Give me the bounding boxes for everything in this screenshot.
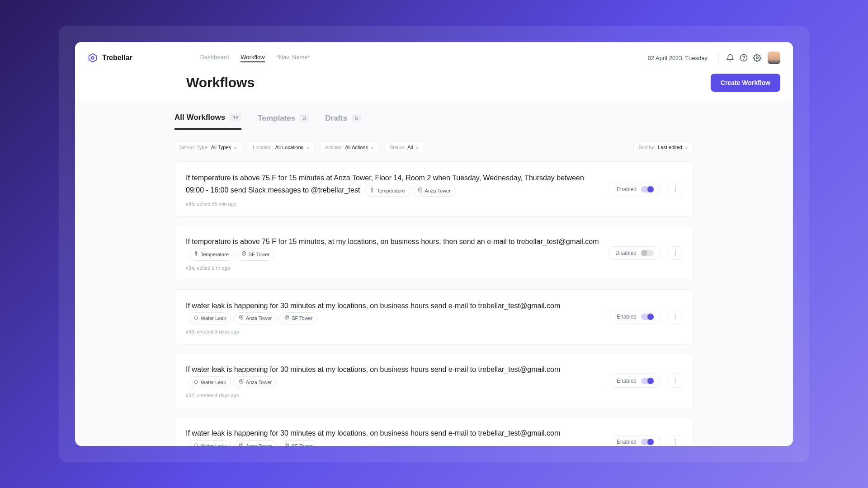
tag-thermometer[interactable]: Temperature [189,249,234,261]
tag-label: Anza Tower [425,187,451,195]
status-label: Enabled [617,378,637,384]
svg-point-9 [675,250,676,251]
app-window: Trebellar Dashboard Workflow *Nav. Name*… [75,42,793,446]
tag-label: Water Leak [201,442,226,446]
filter-sensor-type[interactable]: Sensor Type: All Types ⌄ [175,141,242,153]
svg-point-0 [91,56,94,59]
pin-icon [239,314,244,323]
tab-label: All Workflows [175,113,225,122]
svg-point-6 [675,189,676,190]
divider [718,53,719,63]
svg-point-19 [675,380,676,381]
workflow-meta: #32, created 4 days ago [186,393,602,398]
pin-icon [241,250,246,259]
content: All Workflows 18Templates 3Drafts 5 Sens… [75,102,793,446]
workflow-card[interactable]: If water leak is happening for 30 minute… [175,353,693,408]
tag-pin[interactable]: SF Tower [279,440,317,446]
svg-point-2 [744,59,744,60]
sort-by[interactable]: Sort by: Last edited ⌄ [633,141,693,153]
pin-icon [239,442,244,446]
tab-templates[interactable]: Templates 3 [258,113,309,130]
create-workflow-button[interactable]: Create Workflow [711,74,780,92]
tab-drafts[interactable]: Drafts 5 [325,113,361,130]
tag-label: Anza Tower [246,378,272,387]
workflow-meta: #35, edited 35 min ago [186,201,602,206]
status-toggle-wrap: Disabled [609,246,660,260]
status-toggle-wrap: Enabled [611,374,660,388]
svg-point-5 [675,187,676,188]
workflow-card[interactable]: If water leak is happening for 30 minute… [175,417,693,446]
tag-pin[interactable]: SF Tower [279,312,317,324]
tag-pin[interactable]: Anza Tower [234,312,277,324]
tab-count: 3 [300,114,309,122]
workflow-card[interactable]: If temperature is above 75 F for 15 minu… [175,225,693,281]
status-label: Enabled [617,314,637,320]
status-label: Enabled [617,186,637,192]
tag-label: Temperature [201,250,229,259]
tag-drop[interactable]: Water Leak [189,376,231,389]
svg-point-21 [241,444,242,446]
status-toggle-wrap: Enabled [611,183,660,196]
status-toggle-wrap: Enabled [611,310,660,324]
status-toggle[interactable] [641,250,654,256]
status-toggle[interactable] [641,378,654,384]
more-button[interactable] [669,310,682,324]
svg-point-7 [675,191,676,192]
workflow-title: If temperature is above 75 F for 15 minu… [186,172,602,197]
more-button[interactable] [669,246,682,260]
status-toggle[interactable] [641,186,654,192]
workflow-card[interactable]: If water leak is happening for 30 minute… [175,289,693,345]
tag-drop[interactable]: Water Leak [189,440,231,446]
more-button[interactable] [669,435,682,446]
workflow-title: If water leak is happening for 30 minute… [186,300,602,324]
workflow-card[interactable]: If temperature is above 75 F for 15 minu… [175,161,693,217]
tag-pin[interactable]: Anza Tower [234,376,277,389]
workflow-title: If water leak is happening for 30 minute… [186,427,602,446]
brand[interactable]: Trebellar [88,53,132,63]
tag-thermometer[interactable]: Temperature [365,185,410,197]
tag-pin[interactable]: Anza Tower [413,185,456,197]
workflow-meta: #34, edited 2 hr ago [186,265,600,271]
help-icon[interactable] [737,51,750,65]
svg-point-20 [675,382,676,383]
svg-point-14 [675,314,676,315]
status-label: Disabled [615,250,637,256]
svg-point-18 [675,378,676,379]
tab-label: Templates [258,114,295,123]
tag-drop[interactable]: Water Leak [189,312,231,324]
gear-icon[interactable] [750,51,764,65]
workflow-title: If temperature is above 75 F for 15 minu… [186,235,600,260]
tag-label: Water Leak [201,378,226,387]
filter-location[interactable]: Location: All Locations ⌄ [248,141,315,153]
status-toggle[interactable] [641,439,654,445]
workflow-meta: #33, created 3 days ago [186,329,602,334]
svg-point-24 [675,441,676,442]
tab-all-workflows[interactable]: All Workflows 18 [175,113,241,130]
tag-pin[interactable]: Anza Tower [234,440,277,446]
filter-actions[interactable]: Actions: All Actions ⌄ [320,141,379,153]
avatar[interactable] [768,52,780,64]
bell-icon[interactable] [723,51,737,65]
thermometer-icon [193,250,198,259]
tag-label: SF Tower [249,250,269,259]
nav-dashboard[interactable]: Dashboard [200,54,229,62]
svg-point-13 [286,316,288,318]
tag-label: Anza Tower [246,314,272,323]
chevron-down-icon: ⌄ [684,144,689,150]
workflow-title: If water leak is happening for 30 minute… [186,363,602,388]
more-button[interactable] [669,374,682,388]
nav-placeholder[interactable]: *Nav. Name* [277,54,310,62]
tag-label: Water Leak [201,314,226,323]
tab-count: 18 [230,113,241,122]
nav-workflow[interactable]: Workflow [241,54,264,62]
pin-icon [284,314,289,323]
svg-point-25 [675,443,676,444]
filter-status[interactable]: Status: All ⌄ [385,141,424,153]
tag-pin[interactable]: SF Tower [236,249,274,261]
chevron-down-icon: ⌄ [415,144,419,150]
tabs: All Workflows 18Templates 3Drafts 5 [175,102,693,130]
svg-point-8 [243,253,245,254]
more-button[interactable] [669,183,682,196]
tag-label: Temperature [377,187,405,195]
status-toggle[interactable] [641,314,654,320]
